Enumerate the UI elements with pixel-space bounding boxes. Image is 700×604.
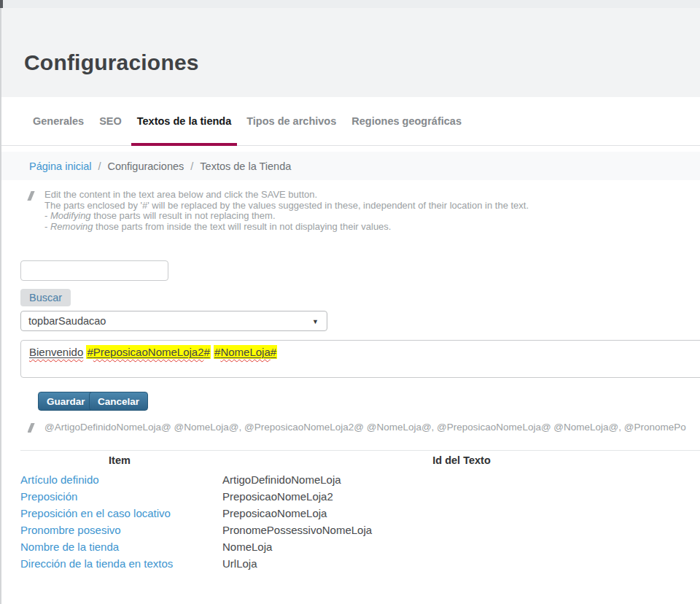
table-row: Artículo definidoArtigoDefinidoNomeLoja [20,471,700,488]
breadcrumb: Página inicial/Configuraciones/Textos de… [1,152,700,180]
item-link-preposicion[interactable]: Preposición [20,490,77,503]
breadcrumb-separator: / [190,160,193,172]
note-segment: Removing [50,221,93,232]
cancelar-button[interactable]: Cancelar [89,392,148,411]
tab-bar: GeneralesSEOTextos de la tiendaTipos de … [1,97,700,146]
tab-generales[interactable]: Generales [27,97,90,145]
instructions-lines: Edit the content in the text area below … [44,190,529,232]
table-divider [20,450,700,451]
page-title: Configuraciones [24,50,199,75]
note-segment: - [44,221,50,232]
note-segment: those parts from inside the text will re… [93,221,391,232]
breadcrumb-item-textos-de-la-tienda: Textos de la Tienda [200,160,291,172]
tag-body: #PreposicaoNomeLoja2# [87,346,209,358]
item-cell: Artículo definido [20,473,222,486]
tag-name: PreposicaoNomeLoja2 [93,346,204,358]
table-row: Preposición en el caso locativoPreposica… [20,505,700,522]
text-id-cell: UrlLoja [222,557,257,570]
breadcrumb-item-configuraciones: Configuraciones [107,160,184,172]
editor-token-tag: #NomeLoja# [214,345,277,359]
note-line: - Removing those parts from inside the t… [44,222,529,233]
tag-body: #NomeLoja# [214,346,276,358]
note-segment: Modifying [50,210,91,221]
note-segment: The parts enclosed by '#' will be replac… [44,200,529,211]
note-line: Edit the content in the text area below … [44,190,529,201]
search-input[interactable] [20,260,168,281]
tab-seo[interactable]: SEO [93,97,128,145]
item-link-nombre-de-la-tienda[interactable]: Nombre de la tienda [20,541,119,553]
note-line: - Modifying those parts will result in n… [44,211,529,222]
table-row: PreposiciónPreposicaoNomeLoja2 [20,488,700,505]
column-header-id: Id del Texto [219,454,700,466]
tab-regiones-geograficas[interactable]: Regiones geográficas [346,97,467,145]
item-cell: Preposición en el caso locativo [20,507,222,519]
column-header-item: Item [20,454,219,466]
tab-textos-de-la-tienda[interactable]: Textos de la tienda [131,97,237,145]
placeholders-text: @ArtigoDefinidoNomeLoja@ @NomeLoja@, @Pr… [44,422,686,433]
note-segment: those parts will result in not replacing… [91,210,276,221]
table-header: Item Id del Texto [20,454,700,466]
chevron-down-icon: ▼ [312,318,319,325]
note-line: The parts enclosed by '#' will be replac… [44,201,529,212]
text-id-cell: PreposicaoNomeLoja [222,507,327,519]
item-cell: Pronombre posesivo [20,524,222,536]
guardar-button[interactable]: Guardar [38,392,94,411]
text-id-cell: PreposicaoNomeLoja2 [222,490,333,503]
table-row: Pronombre posesivoPronomePossessivoNomeL… [20,522,700,538]
editor-token-tag: #PreposicaoNomeLoja2# [86,345,210,359]
misspelled-word: Bienvenido [29,346,83,358]
note-segment: - [44,210,50,221]
tab-tipos-de-archivos[interactable]: Tipos de archivos [241,97,342,145]
note-icon [28,423,35,433]
text-key-select[interactable]: topbarSaudacao ▼ [20,311,327,331]
item-link-direccion-de-la-tienda-en-textos[interactable]: Dirección de la tienda en textos [20,557,173,570]
item-cell: Preposición [20,490,222,503]
placeholders-note: @ArtigoDefinidoNomeLoja@ @NomeLoja@, @Pr… [28,422,700,433]
note-icon [27,191,34,201]
settings-page: Configuraciones GeneralesSEOTextos de la… [0,0,700,604]
instructions-note: Edit the content in the text area below … [28,190,684,232]
texts-table: Artículo definidoArtigoDefinidoNomeLojaP… [20,471,700,572]
table-row: Nombre de la tiendaNomeLoja [20,538,700,555]
top-strip [0,0,700,8]
text-id-cell: NomeLoja [222,541,272,553]
item-link-articulo-definido[interactable]: Artículo definido [20,473,99,486]
breadcrumb-separator: / [98,160,101,172]
buscar-button[interactable]: Buscar [20,289,71,306]
editor-token-word: Bienvenido [29,346,83,358]
text-editor[interactable]: Bienvenido #PreposicaoNomeLoja2# #NomeLo… [20,340,700,378]
item-cell: Dirección de la tienda en textos [20,557,222,570]
tag-name: NomeLoja [220,346,270,358]
table-row: Dirección de la tienda en textosUrlLoja [20,555,700,572]
select-value: topbarSaudacao [21,315,106,327]
note-segment: Edit the content in the text area below … [44,189,317,200]
text-id-cell: ArtigoDefinidoNomeLoja [222,473,341,486]
item-link-pronombre-posesivo[interactable]: Pronombre posesivo [20,524,121,536]
text-id-cell: PronomePossessivoNomeLoja [222,524,372,536]
item-cell: Nombre de la tienda [20,541,222,553]
breadcrumb-item-pagina-inicial[interactable]: Página inicial [29,160,91,172]
item-link-preposicion-en-el-caso-locativo[interactable]: Preposición en el caso locativo [20,507,171,519]
page-header: Configuraciones [1,8,700,97]
corner-notch [0,0,3,8]
